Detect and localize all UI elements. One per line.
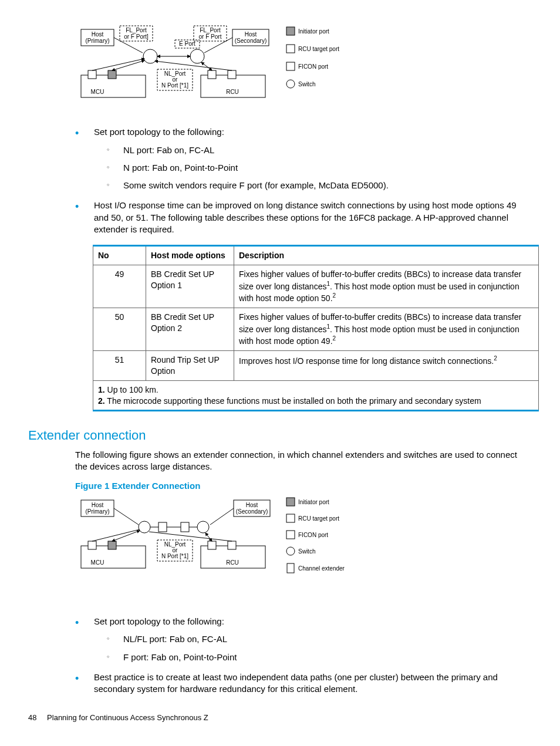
svg-text:RCU: RCU	[226, 559, 239, 566]
table-row: 49 BB Credit Set UP Option 1 Fixes highe…	[93, 265, 539, 308]
svg-rect-76	[286, 514, 295, 522]
svg-text:(Primary): (Primary)	[85, 508, 109, 515]
bullet-item: Best practice is to create at least two …	[75, 671, 520, 696]
svg-text:(Secondary): (Secondary)	[236, 508, 268, 515]
svg-point-41	[286, 80, 295, 88]
svg-rect-29	[228, 70, 236, 79]
svg-text:N Port [*1]: N Port [*1]	[161, 553, 188, 559]
sub-bullet: F port: Fab on, Point-to-Point	[107, 652, 520, 663]
switch-connection-diagram: Host (Primary) FL_Port or F Port] E Port…	[75, 23, 532, 114]
svg-rect-20	[88, 70, 96, 79]
svg-text:Initiator port: Initiator port	[298, 499, 329, 505]
host-mode-options-table: No Host mode options Description 49 BB C…	[93, 245, 539, 411]
svg-text:(Primary): (Primary)	[85, 38, 109, 44]
col-desc: Description	[234, 246, 539, 265]
col-opts: Host mode options	[146, 246, 234, 265]
section-heading-extender: Extender connection	[28, 427, 532, 444]
figure-caption: Figure 1 Extender Connection	[75, 480, 532, 492]
svg-line-33	[201, 62, 212, 70]
svg-text:or F Port]: or F Port]	[124, 33, 149, 40]
svg-rect-82	[287, 563, 294, 573]
svg-line-50	[210, 508, 234, 525]
svg-text:(Secondary): (Secondary)	[235, 38, 266, 44]
section-paragraph: The following figure shows an extender c…	[75, 449, 520, 473]
table-footnotes: 1. Up to 100 km. 2. The microcode suppor…	[93, 380, 539, 411]
svg-point-51	[139, 521, 150, 533]
svg-text:RCU target port: RCU target port	[298, 46, 339, 52]
sub-bullet: N port: Fab on, Point-to-Point	[107, 162, 520, 174]
svg-text:RCU target port: RCU target port	[298, 515, 339, 522]
svg-text:or F Port: or F Port	[199, 33, 222, 40]
svg-point-80	[286, 547, 295, 555]
svg-text:Switch: Switch	[298, 548, 315, 555]
sub-bullet: Some switch vendors require F port (for …	[107, 180, 520, 191]
sub-bullet: NL port: Fab on, FC-AL	[107, 144, 520, 156]
svg-rect-39	[286, 62, 295, 70]
sub-bullet: NL/FL port: Fab on, FC-AL	[107, 633, 520, 645]
svg-rect-59	[88, 541, 96, 549]
col-no: No	[93, 246, 146, 265]
svg-rect-68	[228, 541, 236, 549]
svg-rect-78	[286, 531, 295, 539]
svg-rect-28	[208, 70, 216, 79]
svg-line-31	[112, 60, 144, 70]
svg-text:MCU: MCU	[91, 559, 104, 566]
svg-line-70	[112, 531, 140, 541]
svg-text:Host: Host	[246, 502, 258, 508]
svg-text:MCU: MCU	[91, 89, 104, 95]
bullet-text: Set port topology to the following:	[94, 616, 224, 626]
svg-text:FL_Port: FL_Port	[200, 27, 221, 33]
table-row: 51 Round Trip Set UP Option Improves hos…	[93, 350, 539, 380]
svg-rect-60	[108, 541, 116, 549]
svg-rect-37	[286, 45, 295, 53]
svg-rect-35	[286, 27, 295, 35]
svg-text:Host: Host	[92, 502, 104, 508]
svg-text:Switch: Switch	[298, 81, 315, 87]
bullet-list-1: Set port topology to the following: NL p…	[75, 126, 520, 235]
chapter-title: Planning for Continuous Access Synchrono…	[47, 713, 208, 722]
svg-text:Initiator port: Initiator port	[298, 28, 329, 35]
svg-text:FL_Port: FL_Port	[126, 27, 147, 33]
bullet-text: Set port topology to the following:	[94, 127, 224, 137]
svg-point-54	[197, 521, 209, 533]
svg-line-49	[114, 508, 139, 525]
svg-text:Channel extender: Channel extender	[298, 565, 345, 572]
svg-text:FICON port: FICON port	[298, 63, 328, 70]
svg-text:E Port: E Port	[179, 40, 195, 47]
bullet-item: Set port topology to the following: NL p…	[75, 126, 520, 191]
svg-point-17	[190, 49, 204, 63]
svg-rect-21	[108, 70, 116, 79]
page-number: 48	[28, 713, 36, 722]
svg-text:Host: Host	[92, 31, 104, 38]
svg-text:RCU: RCU	[226, 89, 239, 95]
bullet-item: Host I/O response time can be improved o…	[75, 200, 520, 235]
svg-line-72	[205, 533, 212, 541]
page-footer: 48 Planning for Continuous Access Synchr…	[28, 713, 532, 723]
table-row: 50 BB Credit Set UP Option 2 Fixes highe…	[93, 308, 539, 350]
svg-rect-74	[286, 498, 295, 506]
svg-rect-53	[181, 522, 189, 532]
bullet-list-2: Set port topology to the following: NL/F…	[75, 616, 520, 695]
svg-text:Host: Host	[245, 31, 257, 38]
svg-rect-67	[208, 541, 216, 549]
svg-text:N Port [*1]: N Port [*1]	[161, 82, 188, 89]
svg-text:FICON port: FICON port	[298, 532, 328, 538]
extender-connection-diagram: Host (Primary) Host (Secondary) MCU NL_P…	[75, 495, 532, 604]
svg-rect-52	[158, 522, 167, 532]
bullet-item: Set port topology to the following: NL/F…	[75, 616, 520, 663]
